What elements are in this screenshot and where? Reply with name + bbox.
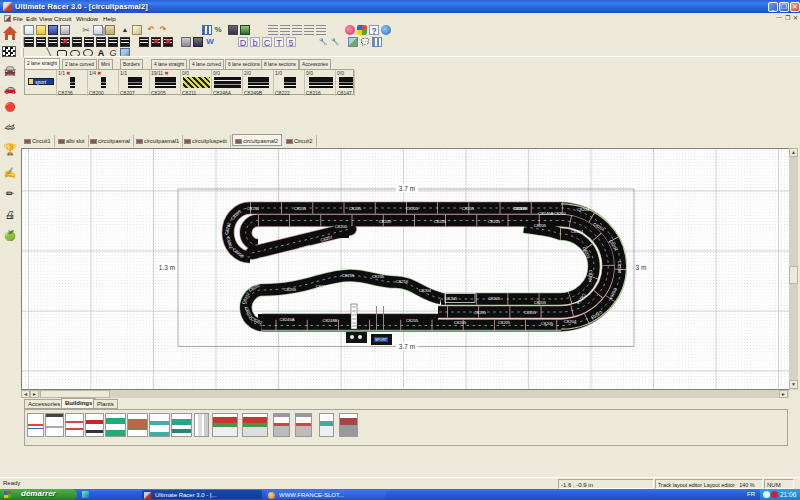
svg-text:C8210: C8210 xyxy=(396,279,409,284)
svg-text:C8205: C8205 xyxy=(462,206,475,211)
svg-text:C8200: C8200 xyxy=(335,224,348,229)
svg-text:C8216: C8216 xyxy=(316,284,329,289)
svg-text:C8205: C8205 xyxy=(406,206,419,211)
svg-text:C8205: C8205 xyxy=(524,310,537,315)
svg-text:C8205: C8205 xyxy=(406,318,419,323)
svg-text:C8205: C8205 xyxy=(534,223,547,228)
svg-text:C8205: C8205 xyxy=(498,320,511,325)
svg-text:C8248B: C8248B xyxy=(322,318,337,323)
svg-text:C8246A: C8246A xyxy=(279,317,294,322)
svg-text:C8235: C8235 xyxy=(342,273,355,278)
svg-text:C8206: C8206 xyxy=(259,256,272,261)
svg-text:C8205: C8205 xyxy=(488,296,501,301)
svg-text:C8234: C8234 xyxy=(247,206,260,211)
svg-text:3.7 m: 3.7 m xyxy=(399,343,415,350)
svg-text:3.7 m: 3.7 m xyxy=(399,185,415,192)
svg-text:1.3 m: 1.3 m xyxy=(159,264,175,271)
svg-text:C8235: C8235 xyxy=(372,274,385,279)
svg-text:C8205: C8205 xyxy=(294,206,307,211)
svg-text:C8246AC8200: C8246AC8200 xyxy=(538,211,566,216)
svg-text:C8205: C8205 xyxy=(454,320,467,325)
svg-text:C8204: C8204 xyxy=(564,319,577,324)
svg-text:C8204: C8204 xyxy=(577,207,590,212)
svg-text:C8205: C8205 xyxy=(349,206,362,211)
svg-text:C8205: C8205 xyxy=(379,219,392,224)
svg-text:C8204: C8204 xyxy=(571,229,584,234)
svg-text:C8205: C8205 xyxy=(445,296,458,301)
svg-text:C8204: C8204 xyxy=(617,261,622,274)
svg-text:SPORT: SPORT xyxy=(375,338,388,342)
svg-text:C8205: C8205 xyxy=(434,219,447,224)
svg-text:C8204: C8204 xyxy=(419,288,432,293)
svg-text:C8205: C8205 xyxy=(488,219,501,224)
svg-text:C8205: C8205 xyxy=(534,300,547,305)
svg-text:C8205: C8205 xyxy=(474,310,487,315)
svg-text:C8205: C8205 xyxy=(541,321,554,326)
svg-text:C8205: C8205 xyxy=(284,287,297,292)
svg-text:C8248B: C8248B xyxy=(512,206,527,211)
svg-text:3 m: 3 m xyxy=(636,264,647,271)
